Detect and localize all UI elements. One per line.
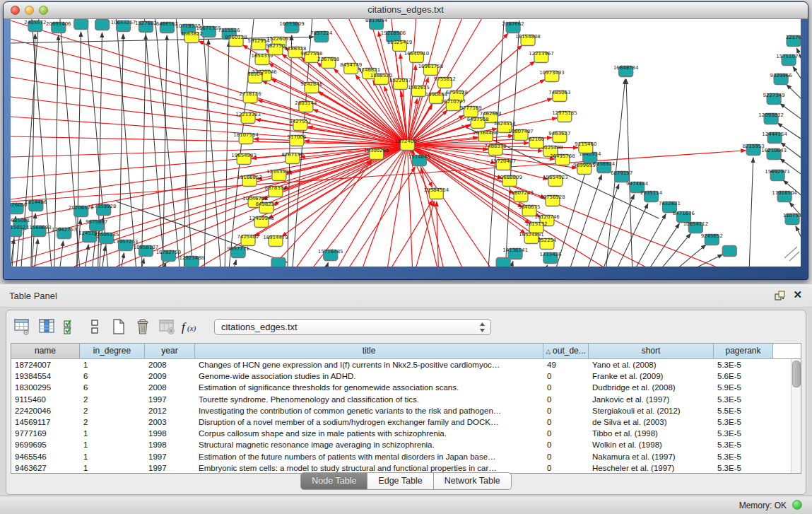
network-node-label: 16154808: [515, 34, 541, 40]
tab-network-table[interactable]: Network Table: [434, 472, 512, 490]
table-row[interactable]: 1872400712008Changes of HCN gene express…: [11, 359, 801, 370]
table-row[interactable]: 969969511998Structural magnetic resonanc…: [11, 439, 801, 450]
cell-name: 18300295: [11, 382, 80, 393]
network-node-label: 14136141: [502, 247, 528, 253]
column-header-title[interactable]: title: [195, 344, 543, 359]
tab-node-table[interactable]: Node Table: [300, 472, 367, 490]
float-panel-icon[interactable]: [774, 290, 785, 301]
cell-in_degree: 1: [80, 359, 145, 370]
network-node-label: 1615132: [525, 221, 547, 227]
network-node-label: 1315012: [11, 225, 26, 230]
network-node-label: 8267130: [281, 152, 303, 158]
selection-mode-icon[interactable]: [60, 316, 81, 337]
network-window-titlebar[interactable]: citations_edges.txt: [4, 2, 808, 19]
network-node-label: 7857224: [310, 30, 333, 36]
table-selector-dropdown[interactable]: citations_edges.txt: [214, 319, 491, 335]
scrollbar-thumb[interactable]: [792, 361, 801, 387]
table-row[interactable]: 2242004622012Investigating the contribut…: [11, 405, 801, 416]
cell-pagerank: 5.3E-5: [714, 359, 773, 370]
network-node-label: 9227349: [763, 93, 785, 98]
table-row[interactable]: 911546021997Tourette syndrome. Phenomeno…: [11, 394, 801, 405]
network-node-label: 9975887: [86, 219, 107, 225]
row-height-icon[interactable]: [84, 316, 105, 337]
network-edge: [35, 239, 38, 267]
network-node-label: 1514845: [408, 154, 430, 160]
table-row[interactable]: 977716911998Corpus callosum shape and si…: [11, 428, 801, 439]
network-node-label: 12975185: [552, 110, 577, 116]
network-edge: [437, 201, 439, 267]
network-edge: [11, 145, 407, 199]
network-node-label: 6466162: [156, 21, 178, 27]
cell-title: Corpus callosum shape and size in male p…: [195, 428, 543, 439]
delete-column-icon[interactable]: [132, 316, 153, 337]
cell-in_degree: 2: [80, 405, 145, 416]
close-panel-icon[interactable]: ✕: [793, 289, 802, 300]
network-edge: [349, 167, 416, 267]
network-node[interactable]: [271, 258, 286, 267]
network-node-label: 9777169: [460, 105, 482, 111]
new-column-icon[interactable]: [108, 316, 129, 337]
cell-short: Yano et al. (2008): [589, 359, 714, 370]
tab-edge-table[interactable]: Edge Table: [367, 472, 433, 490]
column-header-short[interactable]: short: [589, 344, 714, 359]
network-edge: [662, 233, 691, 267]
network-edge: [618, 204, 648, 267]
column-header-in_degree[interactable]: in_degree: [80, 344, 145, 359]
network-node[interactable]: [722, 246, 736, 257]
network-node-label: 16210727: [441, 99, 466, 105]
network-node-label: 19654923: [543, 175, 568, 180]
table-row[interactable]: 1830029562008Estimation of significance …: [11, 382, 801, 393]
cell-in_degree: 6: [80, 370, 145, 382]
network-node[interactable]: [74, 19, 88, 30]
cell-out_de: 49: [543, 359, 589, 370]
cell-pagerank: 5.3E-5: [714, 439, 773, 450]
table-row[interactable]: 1938455462009Genome-wide association stu…: [11, 370, 801, 382]
resize-grip[interactable]: [784, 247, 799, 261]
network-node-label: 12093832: [758, 112, 784, 118]
table-row[interactable]: 1456911722003Disruption of a novel membe…: [11, 416, 801, 428]
network-edge: [86, 245, 89, 267]
network-node-label: 917006: [288, 134, 307, 140]
network-canvas[interactable]: 2405572206914061065325715276026466162107…: [11, 19, 801, 267]
network-node-label: 17016504: [772, 190, 797, 196]
network-node-label: 6497568: [467, 117, 489, 122]
show-columns-icon[interactable]: [36, 316, 57, 337]
network-node-label: 8960128: [225, 35, 247, 40]
cell-out_de: 0: [543, 394, 589, 405]
table-settings-icon[interactable]: ⚙: [12, 316, 33, 337]
column-header-label: pagerank: [725, 346, 760, 356]
delete-table-icon: [156, 316, 177, 337]
vertical-scrollbar[interactable]: [791, 359, 801, 473]
network-node-label: 8471676: [673, 211, 695, 216]
column-header-name[interactable]: name: [11, 344, 80, 359]
network-node-label: 12942757: [52, 227, 77, 233]
dropdown-arrows-icon: [479, 322, 486, 335]
column-header-label: short: [642, 346, 661, 356]
network-edge: [388, 145, 408, 267]
cell-in_degree: 2: [80, 394, 145, 405]
network-node[interactable]: [95, 20, 110, 30]
network-node-label: 12923488: [180, 255, 205, 261]
network-node[interactable]: [496, 258, 510, 267]
network-node-label: 7462664: [480, 111, 502, 117]
network-node-label: 9115460: [575, 141, 596, 147]
network-node-label: 8878334: [264, 185, 287, 191]
network-node-label: 12444154: [762, 132, 787, 137]
network-node-label: 2718126: [240, 91, 261, 97]
network-node-label: 12353596: [266, 169, 292, 175]
cell-year: 1998: [145, 439, 195, 450]
table-row[interactable]: 946554611997Estimation of the future num…: [11, 451, 801, 462]
network-node-label: 2367608: [317, 57, 339, 62]
cell-in_degree: 1: [80, 451, 145, 462]
network-node-label: 2935114: [640, 190, 663, 196]
memory-status-indicator[interactable]: [792, 500, 802, 510]
cell-short: Tibbo et al. (1998): [589, 428, 714, 439]
cell-name: 9115460: [11, 394, 80, 405]
network-node-label: 252254: [538, 238, 557, 243]
column-header-out_de[interactable]: △out_de...: [543, 344, 589, 359]
column-header-label: name: [35, 346, 56, 356]
column-header-pagerank[interactable]: pagerank: [714, 344, 773, 359]
function-builder-icon[interactable]: f(x): [180, 316, 201, 337]
network-window: citations_edges.txt 24055722069140610653…: [3, 1, 808, 280]
column-header-year[interactable]: year: [145, 344, 195, 359]
